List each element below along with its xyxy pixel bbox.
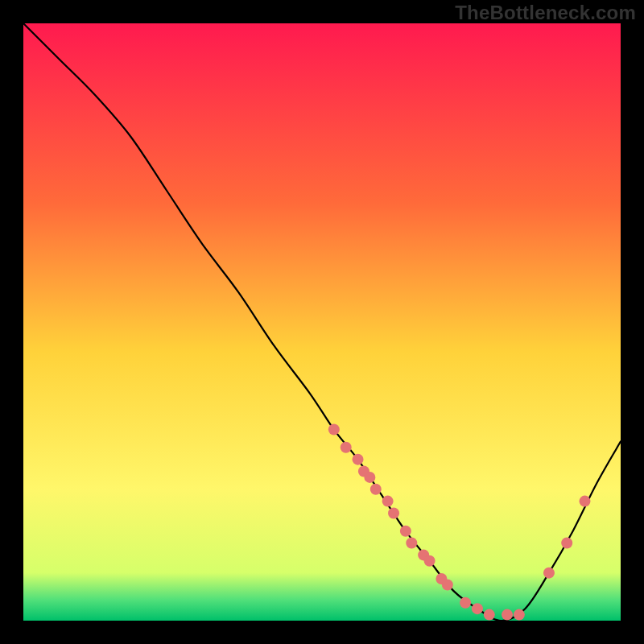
data-point bbox=[341, 442, 352, 453]
data-point bbox=[388, 507, 399, 518]
bottleneck-chart bbox=[0, 0, 644, 644]
chart-container: TheBottleneck.com bbox=[0, 0, 644, 644]
data-point bbox=[579, 496, 590, 507]
data-point bbox=[543, 568, 555, 579]
data-point bbox=[382, 496, 394, 507]
data-point bbox=[460, 597, 471, 609]
plot-background bbox=[23, 23, 621, 621]
data-point bbox=[502, 609, 513, 621]
data-point bbox=[561, 538, 572, 549]
data-point bbox=[424, 555, 436, 567]
data-point bbox=[364, 472, 375, 483]
data-point bbox=[514, 609, 525, 621]
data-point bbox=[442, 579, 453, 590]
watermark-label: TheBottleneck.com bbox=[455, 2, 636, 24]
data-point bbox=[328, 424, 340, 436]
data-point bbox=[472, 603, 483, 614]
data-point bbox=[370, 484, 382, 495]
data-point bbox=[400, 526, 411, 537]
data-point bbox=[484, 609, 495, 621]
data-point bbox=[406, 538, 417, 549]
data-point bbox=[353, 454, 364, 465]
